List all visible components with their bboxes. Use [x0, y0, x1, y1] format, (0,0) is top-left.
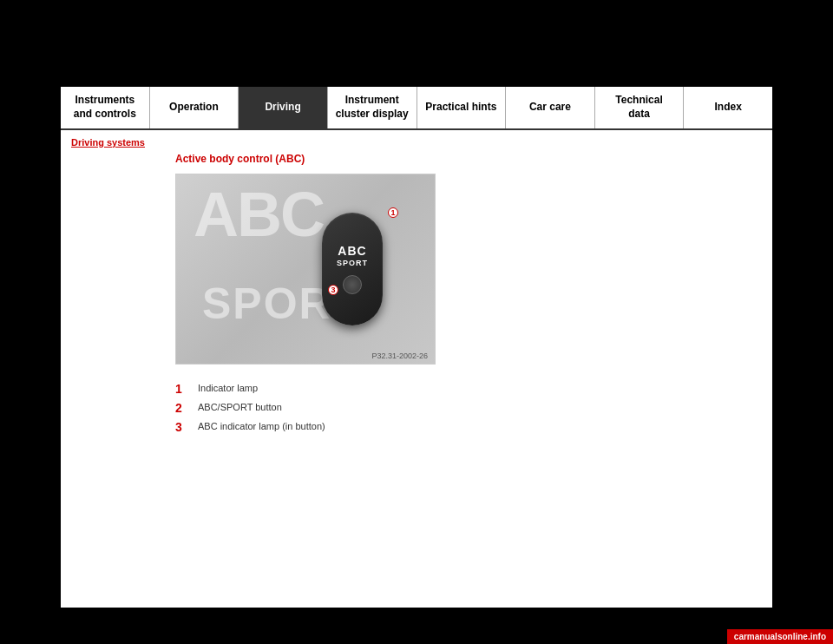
- nav-item-instruments[interactable]: Instruments and controls: [61, 87, 150, 128]
- sport-background-text: SPOR: [202, 279, 332, 329]
- nav-item-practical[interactable]: Practical hints: [417, 87, 507, 128]
- nav-item-car-care[interactable]: Car care: [506, 87, 595, 128]
- nav-item-operation[interactable]: Operation: [150, 87, 239, 128]
- nav-item-technical[interactable]: Technicaldata: [595, 87, 685, 128]
- list-num-3: 3: [175, 420, 193, 434]
- list-items: 1 Indicator lamp 2 ABC/SPORT button 3 AB…: [71, 382, 762, 434]
- subsection-title: Active body control (ABC): [71, 153, 762, 165]
- nav-item-index[interactable]: Index: [684, 87, 772, 128]
- abc-background-text: ABC: [193, 183, 324, 246]
- section-title: Driving systems: [71, 137, 762, 148]
- list-item-2: 2 ABC/SPORT button: [175, 401, 762, 415]
- footer-logo: carmanualsonline.info: [727, 629, 833, 644]
- list-item-1: 1 Indicator lamp: [175, 382, 762, 396]
- content-area: Instruments and controls Operation Drivi…: [61, 87, 772, 608]
- badge-1: 1: [388, 207, 398, 218]
- list-item-3: 3 ABC indicator lamp (in button): [175, 420, 762, 434]
- button-circle: 3: [343, 275, 362, 294]
- list-num-2: 2: [175, 401, 193, 415]
- nav-item-instrument-cluster[interactable]: Instrumentcluster display: [328, 87, 417, 128]
- nav-item-driving[interactable]: Driving: [239, 87, 328, 128]
- abc-oval-button: 1 ABC SPORT 3 2: [322, 213, 383, 325]
- abc-display: ABC SPOR 1 ABC SPORT 3 2: [176, 174, 435, 364]
- image-reference: P32.31-2002-26: [371, 352, 428, 360]
- badge-3: 3: [328, 285, 338, 295]
- list-num-1: 1: [175, 382, 193, 396]
- main-content: Driving systems Active body control (ABC…: [61, 130, 772, 446]
- abc-image: ABC SPOR 1 ABC SPORT 3 2: [175, 174, 436, 365]
- navigation-bar: Instruments and controls Operation Drivi…: [61, 87, 772, 130]
- list-text-1: Indicator lamp: [198, 382, 258, 395]
- list-text-2: ABC/SPORT button: [198, 401, 282, 414]
- list-text-3: ABC indicator lamp (in button): [198, 420, 325, 433]
- button-label: ABC SPORT: [337, 244, 368, 268]
